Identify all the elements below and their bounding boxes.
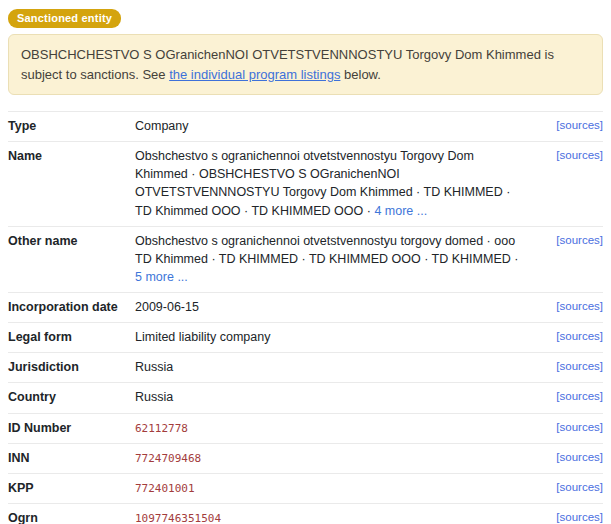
row-value: Obshchestvo s ogranichennoi otvetstvenno… [135, 147, 531, 220]
value-separator: · [511, 252, 519, 266]
alert-text-after: below. [340, 67, 380, 82]
value-text: 2009-06-15 [135, 300, 199, 314]
row-value: Obshchestvo s ogranichennoi otvetstvenno… [135, 232, 531, 286]
row-value: 1097746351504 [135, 509, 531, 524]
sources-link[interactable]: [sources] [531, 117, 603, 134]
row-label: Name [8, 147, 135, 165]
sources-link[interactable]: [sources] [531, 419, 603, 436]
table-row: Incorporation date2009-06-15[sources] [8, 293, 603, 323]
sources-link[interactable]: [sources] [531, 328, 603, 345]
row-label: Jurisdiction [8, 358, 135, 376]
table-row: ID Number62112778[sources] [8, 414, 603, 444]
table-row: KPP772401001[sources] [8, 474, 603, 504]
entity-page: Sanctioned entity OBSHCHCHESTVO S OGrani… [0, 0, 611, 524]
table-row: TypeCompany[sources] [8, 112, 603, 142]
row-label: Country [8, 388, 135, 406]
value-separator: · [483, 234, 494, 248]
table-row: Other nameObshchestvo s ogranichennoi ot… [8, 227, 603, 293]
table-row: Legal formLimited liability company[sour… [8, 323, 603, 353]
table-row: Ogrn1097746351504[sources] [8, 504, 603, 524]
row-value: Company [135, 117, 531, 135]
attribute-table: TypeCompany[sources]NameObshchestvo s og… [8, 111, 603, 524]
value-separator: · [298, 252, 309, 266]
sources-link[interactable]: [sources] [531, 449, 603, 466]
table-row: NameObshchestvo s ogranichennoi otvetstv… [8, 142, 603, 227]
row-value: Russia [135, 358, 531, 376]
sources-link[interactable]: [sources] [531, 479, 603, 496]
sources-link[interactable]: [sources] [531, 509, 603, 524]
value-text: Obshchestvo s ogranichennoi otvetstvenno… [135, 234, 483, 248]
registry-code-value: 772401001 [135, 482, 195, 495]
sources-link[interactable]: [sources] [531, 232, 603, 249]
row-label: Type [8, 117, 135, 135]
value-separator: · [413, 185, 424, 199]
value-text: TD KHIMMED [219, 252, 298, 266]
row-value: 772401001 [135, 479, 531, 497]
row-label: ID Number [8, 419, 135, 437]
sanctioned-entity-badge: Sanctioned entity [8, 9, 121, 28]
table-row: INN7724709468[sources] [8, 444, 603, 474]
sources-link[interactable]: [sources] [531, 298, 603, 315]
sources-link[interactable]: [sources] [531, 147, 603, 164]
value-separator: · [503, 185, 511, 199]
value-separator: · [363, 204, 374, 218]
value-separator: · [241, 204, 252, 218]
row-label: KPP [8, 479, 135, 497]
value-text: TD Khimmed OOO [135, 204, 241, 218]
sources-link[interactable]: [sources] [531, 358, 603, 375]
value-text: Company [135, 119, 189, 133]
row-label: Other name [8, 232, 135, 250]
registry-code-value: 62112778 [135, 422, 188, 435]
value-text: Russia [135, 390, 173, 404]
value-text: Russia [135, 360, 173, 374]
row-value: Limited liability company [135, 328, 531, 346]
value-text: TD KHIMMED OOO [251, 204, 363, 218]
row-label: Ogrn [8, 509, 135, 524]
registry-code-value: 7724709468 [135, 452, 201, 465]
row-value: 2009-06-15 [135, 298, 531, 316]
program-listings-link[interactable]: the individual program listings [169, 67, 340, 82]
value-text: TD KHIMMED [424, 185, 503, 199]
row-value: 62112778 [135, 419, 531, 437]
registry-code-value: 1097746351504 [135, 512, 221, 524]
value-text: TD KHIMMED [432, 252, 511, 266]
value-separator: · [208, 252, 219, 266]
value-text: TD KHIMMED OOO [309, 252, 421, 266]
row-label: Legal form [8, 328, 135, 346]
more-values-link[interactable]: 4 more ... [374, 204, 427, 218]
value-text: Limited liability company [135, 330, 270, 344]
table-row: CountryRussia[sources] [8, 383, 603, 413]
sanctions-alert: OBSHCHCHESTVO S OGranichenNOI OTVETSTVEN… [8, 34, 603, 95]
row-label: Incorporation date [8, 298, 135, 316]
value-separator: · [188, 167, 199, 181]
value-separator: · [421, 252, 432, 266]
sources-link[interactable]: [sources] [531, 388, 603, 405]
more-values-link[interactable]: 5 more ... [135, 270, 188, 284]
row-label: INN [8, 449, 135, 467]
row-value: Russia [135, 388, 531, 406]
table-row: JurisdictionRussia[sources] [8, 353, 603, 383]
row-value: 7724709468 [135, 449, 531, 467]
